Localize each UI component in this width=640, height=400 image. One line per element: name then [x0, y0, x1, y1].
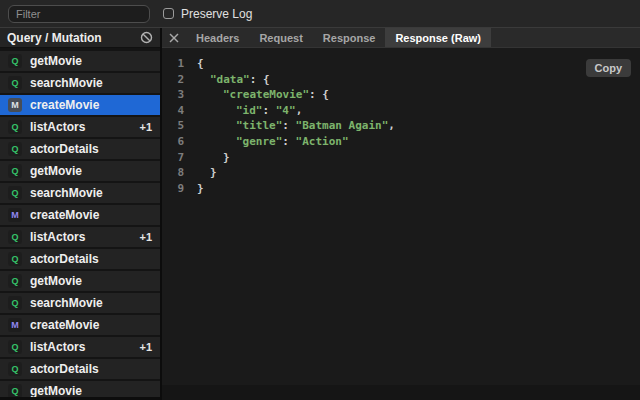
json-code-block: 1{2"data": {3"createMovie": {4"id": "4",…	[162, 48, 640, 196]
code-line: 6"genre": "Action"	[176, 134, 640, 150]
query-list-item[interactable]: QgetMovie	[0, 161, 160, 181]
query-badge: Q	[8, 120, 22, 134]
sidebar: Query / Mutation QgetMovieQsearchMovieMc…	[0, 28, 160, 397]
batched-count-badge: +1	[139, 341, 152, 353]
query-list-item[interactable]: QsearchMovie	[0, 293, 160, 313]
query-badge: Q	[8, 54, 22, 68]
query-list-item[interactable]: QsearchMovie	[0, 73, 160, 93]
code-line: 3"createMovie": {	[176, 87, 640, 103]
query-list-item[interactable]: McreateMovie	[0, 95, 160, 115]
query-badge: Q	[8, 164, 22, 178]
clear-list-button[interactable]	[140, 31, 153, 44]
operation-name: actorDetails	[30, 252, 152, 266]
operation-name: searchMovie	[30, 186, 152, 200]
operation-name: createMovie	[30, 318, 152, 332]
tab-response[interactable]: Response	[313, 28, 386, 47]
operation-name: getMovie	[30, 274, 152, 288]
tab-response-raw[interactable]: Response (Raw)	[385, 28, 491, 47]
line-number: 5	[176, 118, 184, 134]
query-badge: Q	[8, 76, 22, 90]
line-number: 1	[176, 56, 184, 72]
preserve-log-checkbox[interactable]	[163, 8, 174, 19]
query-badge: Q	[8, 274, 22, 288]
operation-name: listActors	[30, 340, 139, 354]
operation-name: listActors	[30, 120, 139, 134]
code-line: 7}	[176, 150, 640, 166]
code-line: 8}	[176, 165, 640, 181]
operation-name: actorDetails	[30, 362, 152, 376]
code-line: 4"id": "4",	[176, 103, 640, 119]
operation-name: createMovie	[30, 98, 152, 112]
operation-name: searchMovie	[30, 296, 152, 310]
line-number: 9	[176, 181, 184, 197]
copy-button[interactable]: Copy	[586, 59, 632, 77]
query-badge: Q	[8, 384, 22, 397]
sidebar-header: Query / Mutation	[0, 28, 160, 48]
query-list-item[interactable]: QlistActors+1	[0, 227, 160, 247]
response-raw-content: Copy 1{2"data": {3"createMovie": {4"id":…	[162, 48, 640, 385]
detail-tabbar: HeadersRequestResponseResponse (Raw)	[162, 28, 640, 48]
query-list: QgetMovieQsearchMovieMcreateMovieQlistAc…	[0, 48, 160, 397]
code-line: 1{	[176, 56, 640, 72]
toolbar: Preserve Log	[0, 0, 640, 28]
query-badge: Q	[8, 230, 22, 244]
query-list-item[interactable]: McreateMovie	[0, 205, 160, 225]
query-list-item[interactable]: QactorDetails	[0, 249, 160, 269]
query-list-item[interactable]: QlistActors+1	[0, 337, 160, 357]
query-list-item[interactable]: QactorDetails	[0, 359, 160, 379]
query-badge: Q	[8, 252, 22, 266]
line-number: 6	[176, 134, 184, 150]
query-badge: Q	[8, 296, 22, 310]
clear-circle-slash-icon	[140, 31, 153, 44]
query-badge: Q	[8, 142, 22, 156]
detail-pane: HeadersRequestResponseResponse (Raw) Cop…	[160, 28, 640, 400]
query-list-item[interactable]: QsearchMovie	[0, 183, 160, 203]
query-badge: Q	[8, 186, 22, 200]
batched-count-badge: +1	[139, 231, 152, 243]
mutation-badge: M	[8, 208, 22, 222]
operation-name: searchMovie	[30, 76, 152, 90]
line-number: 2	[176, 72, 184, 88]
operation-name: getMovie	[30, 164, 152, 178]
close-detail-button[interactable]	[162, 28, 186, 47]
close-x-icon	[169, 33, 179, 43]
sidebar-title: Query / Mutation	[7, 31, 102, 45]
line-number: 4	[176, 103, 184, 119]
batched-count-badge: +1	[139, 121, 152, 133]
tab-headers[interactable]: Headers	[186, 28, 249, 47]
line-number: 8	[176, 165, 184, 181]
panel-body: Query / Mutation QgetMovieQsearchMovieMc…	[0, 28, 640, 400]
graphql-network-inspector-panel: Preserve Log Query / Mutation QgetMovieQ…	[0, 0, 640, 400]
query-list-item[interactable]: QgetMovie	[0, 51, 160, 71]
code-line: 5"title": "Batman Again",	[176, 118, 640, 134]
operation-name: createMovie	[30, 208, 152, 222]
operation-name: actorDetails	[30, 142, 152, 156]
tab-request[interactable]: Request	[249, 28, 312, 47]
query-list-item[interactable]: QgetMovie	[0, 381, 160, 397]
operation-name: listActors	[30, 230, 139, 244]
query-list-item[interactable]: QlistActors+1	[0, 117, 160, 137]
query-badge: Q	[8, 340, 22, 354]
query-list-item[interactable]: McreateMovie	[0, 315, 160, 335]
line-number: 3	[176, 87, 184, 103]
query-badge: Q	[8, 362, 22, 376]
query-list-item[interactable]: QgetMovie	[0, 271, 160, 291]
mutation-badge: M	[8, 318, 22, 332]
code-line: 2"data": {	[176, 72, 640, 88]
detail-footer	[162, 385, 640, 400]
tabs: HeadersRequestResponseResponse (Raw)	[186, 28, 491, 47]
code-line: 9}	[176, 181, 640, 197]
query-list-item[interactable]: QactorDetails	[0, 139, 160, 159]
filter-input[interactable]	[8, 5, 150, 23]
operation-name: getMovie	[30, 54, 152, 68]
preserve-log-label: Preserve Log	[181, 7, 252, 21]
mutation-badge: M	[8, 98, 22, 112]
operation-name: getMovie	[30, 384, 152, 397]
line-number: 7	[176, 150, 184, 166]
